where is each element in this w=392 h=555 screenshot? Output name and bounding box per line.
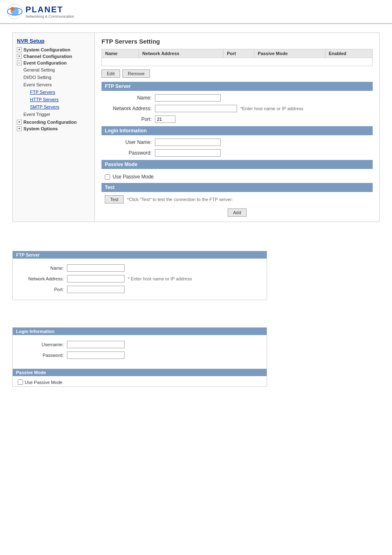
logo-area: PLANET Networking & Communication — [7, 3, 74, 20]
name-row: Name: — [101, 94, 373, 102]
login-section-bar: Login Information — [101, 126, 373, 135]
port-row: Port: — [101, 116, 373, 123]
bottom-passive-row: Use Passive Mode — [13, 378, 267, 386]
passive-mode-checkbox[interactable] — [105, 174, 110, 180]
expand-icon-recording[interactable]: + — [17, 120, 22, 125]
password-label: Password: — [101, 150, 155, 156]
header: PLANET Networking & Communication — [0, 0, 392, 24]
sidebar-section-channel: + Channel Configuration — [17, 54, 90, 59]
col-passive-mode: Passive Mode — [254, 49, 325, 58]
bottom-port-row: Port: — [18, 286, 262, 293]
svg-point-3 — [10, 7, 14, 11]
sidebar-recording-label: Recording Configuration — [23, 120, 77, 125]
ftp-table: Name Network Address Port Passive Mode E… — [101, 49, 373, 66]
expand-icon-channel[interactable]: + — [17, 54, 22, 59]
sidebar-system-header[interactable]: + System Configuration — [17, 47, 90, 52]
port-input[interactable] — [155, 116, 175, 123]
logo-sub-label: Networking & Communication — [25, 14, 74, 18]
expand-icon-event[interactable]: − — [17, 60, 22, 65]
bottom-name-row: Name: — [18, 264, 262, 272]
col-enabled: Enabled — [325, 49, 372, 58]
test-button[interactable]: Test — [105, 195, 124, 204]
sidebar-title[interactable]: NVR Setup — [17, 38, 90, 44]
network-address-hint: *Enter host name or IP address — [240, 106, 303, 111]
sidebar-event-header[interactable]: − Event Configuration — [17, 60, 90, 65]
sidebar-channel-header[interactable]: + Channel Configuration — [17, 54, 90, 59]
sidebar-recording-header[interactable]: + Recording Configuration — [17, 120, 90, 125]
name-label: Name: — [101, 95, 155, 101]
bottom-ftp-form: Name: Network Address: * Enter host name… — [13, 261, 267, 300]
sidebar-item-smtp[interactable]: SMTP Servers — [30, 103, 90, 111]
bottom-login-panel: Login Information Username: Password: Pa… — [12, 327, 267, 387]
bottom-network-row: Network Address: * Enter host name or IP… — [18, 275, 262, 282]
sidebar-item-dido[interactable]: DI/DO Setting — [23, 74, 90, 81]
bottom-ftp-panel: FTP Server Name: Network Address: * Ente… — [12, 251, 267, 300]
expand-icon-system[interactable]: + — [17, 47, 22, 52]
bottom-login-form: Username: Password: — [13, 338, 267, 365]
sidebar-section-recording: + Recording Configuration — [17, 120, 90, 125]
logo-text: PLANET Networking & Communication — [25, 5, 74, 18]
sidebar-system-label: System Configuration — [23, 47, 70, 52]
bottom-username-label: Username: — [18, 342, 67, 347]
bottom-port-input[interactable] — [67, 286, 125, 293]
add-row: Add — [101, 208, 373, 217]
bottom-passive-bar: Passive Mode — [13, 369, 267, 376]
expand-icon-options[interactable]: + — [17, 126, 22, 131]
sidebar-event-children: General Setting DI/DO Setting Event Serv… — [17, 66, 90, 118]
ftp-server-bar: FTP Server — [101, 82, 373, 91]
content-area: FTP Servers Setting Name Network Address… — [95, 33, 379, 222]
test-row: Test *Click "Test" to test the connectio… — [101, 195, 373, 204]
sidebar-section-options: + System Options — [17, 126, 90, 131]
sidebar-section-system: + System Configuration — [17, 47, 90, 52]
username-label: User Name: — [101, 139, 155, 145]
bottom-username-input[interactable] — [67, 341, 125, 348]
planet-logo-icon — [7, 3, 23, 20]
network-address-row: Network Address: *Enter host name or IP … — [101, 105, 373, 112]
sidebar-event-servers-children: FTP Servers HTTP Servers SMTP Servers — [23, 88, 90, 111]
remove-button[interactable]: Remove — [122, 69, 150, 78]
add-button[interactable]: Add — [228, 208, 247, 217]
bottom-username-row: Username: — [18, 341, 262, 348]
col-port: Port — [224, 49, 254, 58]
col-name: Name — [102, 49, 139, 58]
test-hint: *Click "Test" to test the connection to … — [127, 197, 233, 202]
passive-section-bar: Passive Mode — [101, 160, 373, 169]
sidebar-item-event-trigger[interactable]: Event Trigger — [23, 111, 90, 118]
sidebar-event-label: Event Configuration — [23, 60, 67, 65]
bottom-login-bar: Login Information — [13, 328, 267, 335]
password-row: Password: — [101, 149, 373, 157]
name-input[interactable] — [155, 94, 221, 102]
password-input[interactable] — [155, 149, 221, 157]
panel-divider — [12, 234, 380, 251]
username-input[interactable] — [155, 139, 221, 146]
sidebar-options-header[interactable]: + System Options — [17, 126, 90, 131]
panel-inner: NVR Setup + System Configuration + Chann… — [13, 33, 379, 222]
network-address-input[interactable] — [155, 105, 237, 112]
bottom-passive-checkbox[interactable] — [18, 379, 23, 385]
bottom-name-label: Name: — [18, 266, 67, 271]
passive-mode-label: Use Passive Mode — [113, 174, 154, 180]
bottom-network-label: Network Address: — [18, 276, 67, 281]
passive-mode-row: Use Passive Mode — [101, 172, 373, 181]
sidebar-options-label: System Options — [23, 126, 58, 131]
bottom-ftp-bar: FTP Server — [13, 251, 267, 259]
bottom-password-row: Password: — [18, 352, 262, 359]
sidebar-item-general[interactable]: General Setting — [23, 66, 90, 74]
bottom-name-input[interactable] — [67, 264, 125, 272]
sidebar-item-ftp[interactable]: FTP Servers — [30, 88, 90, 96]
sidebar-item-http[interactable]: HTTP Servers — [30, 96, 90, 103]
test-section-bar: Test — [101, 183, 373, 192]
bottom-password-input[interactable] — [67, 352, 125, 359]
port-label: Port: — [101, 116, 155, 122]
main-content: NVR Setup + System Configuration + Chann… — [0, 24, 392, 402]
edit-button[interactable]: Edit — [101, 69, 120, 78]
sidebar-item-event-servers: Event Servers — [23, 81, 90, 88]
username-row: User Name: — [101, 139, 373, 146]
bottom-network-hint: * Enter host name or IP address — [128, 276, 192, 281]
network-address-label: Network Address: — [101, 106, 155, 111]
bottom-port-label: Port: — [18, 287, 67, 292]
sidebar: NVR Setup + System Configuration + Chann… — [13, 33, 95, 222]
page-title: FTP Servers Setting — [101, 38, 373, 45]
bottom-network-input[interactable] — [67, 275, 125, 282]
bottom-password-label: Password: — [18, 353, 67, 358]
